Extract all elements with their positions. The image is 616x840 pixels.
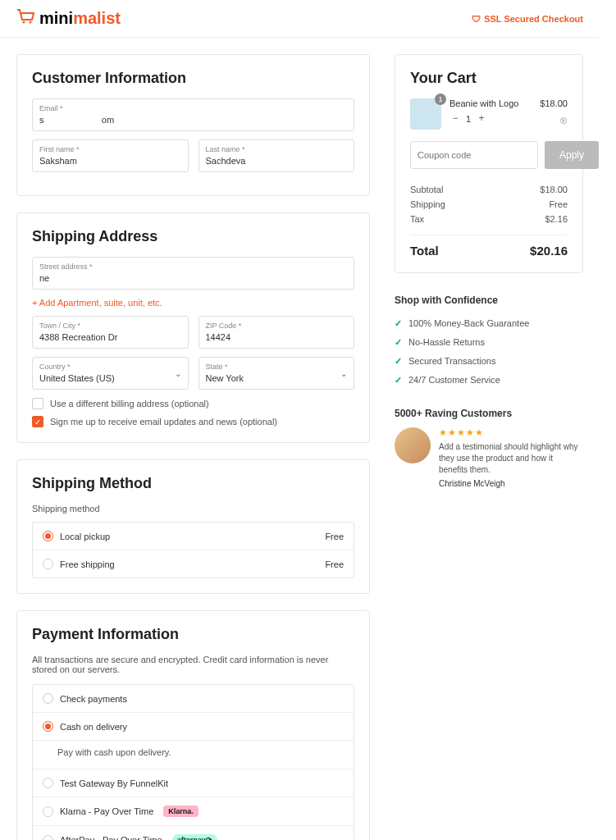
add-apartment-link[interactable]: + Add Apartment, suite, unit, etc.: [32, 298, 354, 308]
checkbox-checked-icon[interactable]: ✓: [32, 416, 43, 427]
zip-wrap[interactable]: ZIP Code *: [198, 316, 355, 349]
qty-plus-button[interactable]: +: [476, 113, 487, 125]
diff-billing-check[interactable]: Use a different billing address (optiona…: [32, 398, 354, 409]
country-field[interactable]: [39, 373, 181, 383]
signup-check[interactable]: ✓ Sign me up to receive email updates an…: [32, 416, 354, 427]
state-label: State *: [206, 363, 348, 371]
ship-option-pickup[interactable]: Local pickup Free: [33, 523, 354, 550]
lastname-wrap[interactable]: Last name *: [198, 139, 355, 172]
total-value: $20.16: [530, 244, 568, 258]
shipping-address-card: Shipping Address Street address * + Add …: [16, 212, 370, 443]
tax-label: Tax: [410, 214, 424, 224]
shipping-method-card: Shipping Method Shipping method Local pi…: [16, 459, 370, 594]
qty-control: − 1 +: [449, 113, 532, 125]
subtotal-label: Subtotal: [410, 185, 443, 194]
testimonial-text: Add a testimonial should highlight why t…: [439, 441, 583, 476]
chevron-down-icon: ⌄: [340, 369, 347, 378]
header: minimalist 🛡 SSL Secured Checkout: [0, 0, 600, 38]
pay-opt1-label: Check payments: [60, 694, 127, 704]
cod-note: Pay with cash upon delivery.: [33, 741, 354, 769]
cart-item: 1 Beanie with Logo − 1 + $18.00 ⊗: [410, 98, 568, 130]
apply-coupon-button[interactable]: Apply: [545, 141, 599, 169]
ssl-badge: 🛡 SSL Secured Checkout: [472, 14, 583, 24]
payment-card: Payment Information All transactions are…: [16, 610, 370, 840]
pay-opt5-label: AfterPay - Pay Over Time: [60, 835, 162, 840]
ssl-text: SSL Secured Checkout: [484, 14, 583, 24]
customer-info-card: Customer Information Email * First name …: [16, 54, 370, 196]
shipping-title: Shipping Address: [32, 228, 354, 245]
klarna-pill: Klarna.: [163, 806, 198, 817]
radio-icon[interactable]: [43, 778, 53, 788]
pay-cod[interactable]: Cash on delivery: [33, 713, 354, 741]
cart-card: Your Cart 1 Beanie with Logo − 1 + $18.0…: [395, 54, 583, 273]
payment-desc: All transactions are secure and encrypte…: [32, 655, 354, 674]
chevron-down-icon: ⌄: [175, 369, 181, 378]
pay-testgw[interactable]: Test Gateway By FunnelKit: [33, 769, 354, 797]
city-field[interactable]: [39, 332, 181, 342]
radio-icon[interactable]: [43, 835, 53, 841]
pay-opt3-label: Test Gateway By FunnelKit: [60, 778, 168, 788]
confidence-list: 100% Money-Back Guarantee No-Hassle Retu…: [395, 314, 583, 390]
street-label: Street address *: [39, 262, 347, 271]
svg-point-1: [30, 21, 32, 24]
shipping-label: Shipping: [410, 199, 445, 209]
cart-title: Your Cart: [410, 70, 568, 87]
raving-title: 5000+ Raving Customers: [395, 408, 583, 419]
item-name: Beanie with Logo: [449, 98, 532, 108]
testimonial: ★★★★★ Add a testimonial should highlight…: [395, 427, 583, 488]
diff-billing-label: Use a different billing address (optiona…: [50, 399, 209, 409]
state-field[interactable]: [206, 373, 348, 383]
street-field[interactable]: [39, 273, 347, 283]
last-label: Last name *: [206, 145, 348, 153]
shipping-value: Free: [549, 199, 568, 209]
pay-check[interactable]: Check payments: [33, 685, 354, 713]
product-thumb: 1: [410, 98, 441, 130]
zip-label: ZIP Code *: [206, 322, 348, 330]
conf-item: No-Hassle Returns: [395, 333, 583, 352]
firstname-field[interactable]: [39, 156, 181, 166]
lastname-field[interactable]: [206, 156, 348, 166]
qty-minus-button[interactable]: −: [449, 113, 461, 125]
qty-value: 1: [466, 114, 471, 124]
radio-icon[interactable]: [43, 559, 53, 569]
ship-option-free[interactable]: Free shipping Free: [33, 550, 354, 578]
firstname-wrap[interactable]: First name *: [32, 139, 189, 172]
afterpay-pill: afterpay⟳: [172, 834, 217, 840]
customer-title: Customer Information: [32, 70, 354, 87]
radio-selected-icon[interactable]: [43, 531, 53, 541]
testimonial-author: Christine McVeigh: [439, 479, 583, 488]
email-field-wrap[interactable]: Email *: [32, 98, 354, 131]
state-wrap[interactable]: State * ⌄: [198, 357, 355, 390]
radio-selected-icon[interactable]: [43, 721, 53, 732]
method-title: Shipping Method: [32, 475, 354, 492]
country-wrap[interactable]: Country * ⌄: [32, 357, 189, 390]
conf-item: 24/7 Customer Service: [395, 371, 583, 390]
street-wrap[interactable]: Street address *: [32, 257, 354, 290]
brand-a: mini: [39, 9, 73, 27]
conf-item: Secured Transactions: [395, 352, 583, 371]
radio-icon[interactable]: [43, 693, 53, 704]
email-field[interactable]: [39, 115, 347, 125]
star-rating-icon: ★★★★★: [439, 427, 583, 438]
total-label: Total: [410, 244, 439, 258]
item-price: $18.00: [540, 98, 568, 108]
remove-item-icon[interactable]: ⊗: [559, 115, 568, 126]
pay-klarna[interactable]: Klarna - Pay Over TimeKlarna.: [33, 797, 354, 826]
cart-icon: [16, 8, 36, 29]
ship-opt1-label: Local pickup: [60, 532, 110, 541]
ship-opt2-label: Free shipping: [60, 559, 115, 569]
zip-field[interactable]: [206, 332, 348, 342]
ship-opt1-price: Free: [325, 532, 344, 541]
email-label: Email *: [39, 104, 347, 112]
country-label: Country *: [39, 363, 181, 371]
checkbox-icon[interactable]: [32, 398, 43, 409]
tax-value: $2.16: [545, 214, 568, 224]
pay-afterpay[interactable]: AfterPay - Pay Over Timeafterpay⟳: [33, 826, 354, 840]
coupon-input[interactable]: [410, 141, 538, 169]
payment-title: Payment Information: [32, 626, 354, 643]
city-wrap[interactable]: Town / City *: [32, 316, 189, 349]
avatar: [395, 427, 431, 463]
ship-opt2-price: Free: [325, 559, 344, 569]
logo: minimalist: [16, 8, 121, 29]
radio-icon[interactable]: [43, 806, 53, 817]
